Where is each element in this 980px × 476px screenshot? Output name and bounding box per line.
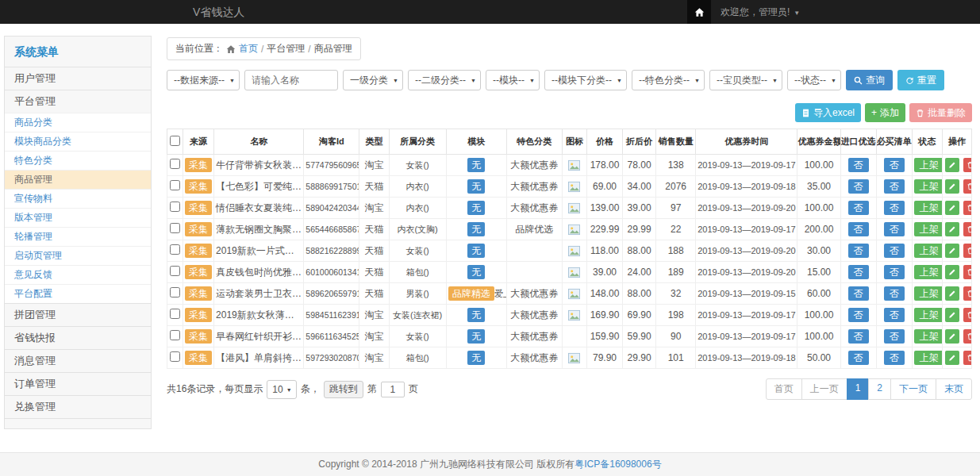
- sidebar-item-carousel-management[interactable]: 轮播管理: [5, 227, 151, 246]
- sidebar-item-featured-category[interactable]: 特色分类: [5, 151, 151, 170]
- delete-button[interactable]: [963, 308, 971, 322]
- edit-button[interactable]: [945, 308, 959, 322]
- filter-select-data-source[interactable]: --数据来源--: [167, 70, 240, 90]
- edit-button[interactable]: [945, 265, 959, 279]
- must-buy-toggle-button[interactable]: 否: [884, 158, 905, 172]
- status-button[interactable]: 上架: [914, 351, 943, 365]
- pagination-button-2[interactable]: 1: [847, 378, 870, 400]
- user-menu[interactable]: 欢迎您，管理员!: [711, 0, 809, 24]
- row-checkbox[interactable]: [170, 309, 180, 319]
- pagination-button-0[interactable]: 首页: [766, 378, 802, 400]
- home-button[interactable]: [687, 0, 711, 24]
- add-button[interactable]: + 添加: [865, 103, 905, 122]
- imported-toggle-button[interactable]: 否: [848, 351, 869, 365]
- filter-select-module[interactable]: --模块--: [486, 70, 540, 90]
- edit-button[interactable]: [945, 179, 959, 194]
- filter-select-featured-category[interactable]: --特色分类--: [632, 70, 705, 90]
- must-buy-toggle-button[interactable]: 否: [884, 201, 905, 215]
- sidebar-item-module-goods-category[interactable]: 模块商品分类: [5, 132, 151, 151]
- imported-toggle-button[interactable]: 否: [848, 201, 869, 215]
- status-button[interactable]: 上架: [914, 222, 943, 236]
- delete-button[interactable]: [963, 265, 971, 279]
- imported-toggle-button[interactable]: 否: [848, 329, 869, 344]
- row-checkbox[interactable]: [170, 180, 180, 190]
- row-checkbox[interactable]: [170, 202, 180, 212]
- edit-button[interactable]: [945, 244, 959, 258]
- icp-link[interactable]: 粤ICP备16098006号: [575, 459, 661, 470]
- jump-button[interactable]: 跳转到: [324, 381, 363, 398]
- delete-button[interactable]: [963, 244, 971, 258]
- filter-select-level1-category[interactable]: 一级分类: [343, 70, 403, 90]
- delete-button[interactable]: [963, 286, 971, 301]
- name-search-input[interactable]: [244, 70, 338, 90]
- sidebar-item-exchange-management[interactable]: 兑换管理: [5, 395, 151, 418]
- status-button[interactable]: 上架: [914, 201, 943, 215]
- sidebar-item-platform-config[interactable]: 平台配置: [5, 284, 151, 303]
- status-button[interactable]: 上架: [914, 265, 943, 279]
- imported-toggle-button[interactable]: 否: [848, 265, 869, 279]
- must-buy-toggle-button[interactable]: 否: [884, 179, 905, 194]
- delete-button[interactable]: [963, 329, 971, 344]
- sidebar-item-splash-page-management[interactable]: 启动页管理: [5, 246, 151, 265]
- sidebar-item-platform-management[interactable]: 平台管理: [5, 90, 151, 113]
- status-button[interactable]: 上架: [914, 286, 943, 301]
- pagination-button-1[interactable]: 上一页: [801, 378, 847, 400]
- pagination-button-5[interactable]: 末页: [936, 378, 972, 400]
- delete-button[interactable]: [963, 222, 971, 236]
- status-button[interactable]: 上架: [914, 329, 943, 344]
- imported-toggle-button[interactable]: 否: [848, 222, 869, 236]
- imported-toggle-button[interactable]: 否: [848, 179, 869, 194]
- must-buy-toggle-button[interactable]: 否: [884, 351, 905, 365]
- row-checkbox[interactable]: [170, 223, 180, 233]
- row-checkbox[interactable]: [170, 159, 180, 169]
- row-checkbox[interactable]: [170, 287, 180, 298]
- filter-select-item-type[interactable]: --宝贝类型--: [709, 70, 782, 90]
- bulk-delete-button[interactable]: 批量删除: [909, 103, 972, 122]
- must-buy-toggle-button[interactable]: 否: [884, 265, 905, 279]
- must-buy-toggle-button[interactable]: 否: [884, 222, 905, 236]
- row-checkbox[interactable]: [170, 266, 180, 276]
- page-size-select[interactable]: 10: [267, 380, 296, 399]
- imported-toggle-button[interactable]: 否: [848, 286, 869, 301]
- edit-button[interactable]: [945, 286, 959, 301]
- sidebar-item-user-management[interactable]: 用户管理: [5, 67, 151, 90]
- select-all-checkbox[interactable]: [170, 136, 180, 146]
- sidebar-item-saving-express[interactable]: 省钱快报: [5, 326, 151, 349]
- must-buy-toggle-button[interactable]: 否: [884, 308, 905, 322]
- edit-button[interactable]: [945, 329, 959, 344]
- import-excel-button[interactable]: 导入excel: [795, 103, 861, 122]
- delete-button[interactable]: [963, 158, 971, 172]
- sidebar-item-feedback[interactable]: 意见反馈: [5, 265, 151, 284]
- status-button[interactable]: 上架: [914, 179, 943, 194]
- sidebar-item-groupbuy-management[interactable]: 拼团管理: [5, 303, 151, 326]
- edit-button[interactable]: [945, 158, 959, 172]
- breadcrumb-home-link[interactable]: 首页: [239, 42, 258, 56]
- edit-button[interactable]: [945, 222, 959, 236]
- search-button[interactable]: 查询: [846, 70, 893, 90]
- status-button[interactable]: 上架: [914, 308, 943, 322]
- imported-toggle-button[interactable]: 否: [848, 244, 869, 258]
- sidebar-item-goods-category[interactable]: 商品分类: [5, 113, 151, 132]
- row-checkbox[interactable]: [170, 351, 180, 362]
- reset-button[interactable]: 重置: [897, 70, 944, 90]
- edit-button[interactable]: [945, 201, 959, 215]
- delete-button[interactable]: [963, 201, 971, 215]
- must-buy-toggle-button[interactable]: 否: [884, 329, 905, 344]
- edit-button[interactable]: [945, 351, 959, 365]
- must-buy-toggle-button[interactable]: 否: [884, 286, 905, 301]
- delete-button[interactable]: [963, 351, 971, 365]
- pagination-button-4[interactable]: 下一页: [890, 378, 936, 400]
- delete-button[interactable]: [963, 179, 971, 194]
- jump-page-input[interactable]: [381, 382, 405, 397]
- must-buy-toggle-button[interactable]: 否: [884, 244, 905, 258]
- imported-toggle-button[interactable]: 否: [848, 308, 869, 322]
- pagination-button-3[interactable]: 2: [868, 378, 891, 400]
- status-button[interactable]: 上架: [914, 158, 943, 172]
- sidebar-item-goods-management[interactable]: 商品管理: [5, 170, 151, 189]
- row-checkbox[interactable]: [170, 330, 180, 340]
- row-checkbox[interactable]: [170, 244, 180, 255]
- sidebar-item-order-management[interactable]: 订单管理: [5, 372, 151, 395]
- filter-select-module-subcategory[interactable]: --模块下分类--: [544, 70, 627, 90]
- sidebar-item-message-management[interactable]: 消息管理: [5, 349, 151, 372]
- sidebar-item-promo-materials[interactable]: 宣传物料: [5, 189, 151, 208]
